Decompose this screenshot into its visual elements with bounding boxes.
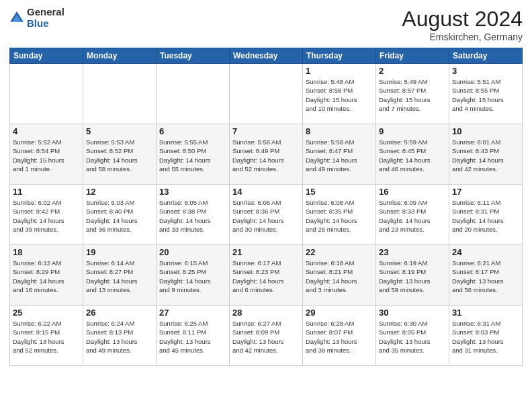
calendar-cell: 1Sunrise: 5:48 AM Sunset: 8:58 PM Daylig… (303, 64, 376, 124)
day-info: Sunrise: 5:51 AM Sunset: 8:55 PM Dayligh… (452, 77, 519, 113)
day-number: 5 (86, 126, 153, 136)
calendar-cell: 23Sunrise: 6:19 AM Sunset: 8:19 PM Dayli… (376, 245, 449, 306)
weekday-header-saturday: Saturday (449, 48, 523, 64)
day-number: 24 (452, 247, 519, 257)
day-info: Sunrise: 6:21 AM Sunset: 8:17 PM Dayligh… (452, 259, 519, 294)
day-number: 1 (306, 66, 373, 76)
calendar-cell: 13Sunrise: 6:05 AM Sunset: 8:38 PM Dayli… (157, 185, 230, 245)
calendar-cell: 14Sunrise: 6:06 AM Sunset: 8:36 PM Dayli… (230, 185, 303, 245)
calendar-cell: 21Sunrise: 6:17 AM Sunset: 8:23 PM Dayli… (230, 245, 303, 306)
day-info: Sunrise: 5:52 AM Sunset: 8:54 PM Dayligh… (13, 138, 80, 173)
day-number: 22 (306, 247, 373, 257)
day-info: Sunrise: 6:14 AM Sunset: 8:27 PM Dayligh… (86, 259, 153, 294)
page: General Blue August 2024 Emskirchen, Ger… (0, 0, 532, 411)
calendar-cell: 11Sunrise: 6:02 AM Sunset: 8:42 PM Dayli… (10, 185, 83, 245)
month-title: August 2024 (402, 7, 523, 32)
day-number: 3 (452, 66, 519, 76)
day-info: Sunrise: 5:56 AM Sunset: 8:49 PM Dayligh… (232, 138, 300, 173)
calendar-cell: 5Sunrise: 5:53 AM Sunset: 8:52 PM Daylig… (83, 124, 157, 185)
day-number: 17 (452, 187, 519, 197)
week-row-1: 1Sunrise: 5:48 AM Sunset: 8:58 PM Daylig… (10, 64, 523, 124)
calendar-cell: 18Sunrise: 6:12 AM Sunset: 8:29 PM Dayli… (10, 245, 83, 306)
day-info: Sunrise: 6:01 AM Sunset: 8:43 PM Dayligh… (452, 138, 519, 173)
day-info: Sunrise: 6:24 AM Sunset: 8:13 PM Dayligh… (86, 319, 153, 355)
title-block: August 2024 Emskirchen, Germany (402, 7, 523, 42)
calendar-cell (83, 64, 157, 124)
calendar-cell: 12Sunrise: 6:03 AM Sunset: 8:40 PM Dayli… (83, 185, 157, 245)
calendar-cell (10, 64, 83, 124)
day-info: Sunrise: 6:28 AM Sunset: 8:07 PM Dayligh… (306, 319, 373, 355)
week-row-2: 4Sunrise: 5:52 AM Sunset: 8:54 PM Daylig… (10, 124, 523, 185)
day-number: 20 (159, 247, 226, 257)
day-number: 23 (379, 247, 446, 257)
calendar-cell: 8Sunrise: 5:58 AM Sunset: 8:47 PM Daylig… (303, 124, 376, 185)
logo: General Blue (9, 7, 64, 29)
logo-general-text: General (27, 7, 64, 18)
day-info: Sunrise: 6:12 AM Sunset: 8:29 PM Dayligh… (13, 259, 80, 294)
day-number: 14 (232, 187, 300, 197)
day-number: 6 (159, 126, 226, 136)
calendar-cell: 25Sunrise: 6:22 AM Sunset: 8:15 PM Dayli… (10, 306, 83, 366)
calendar-header: SundayMondayTuesdayWednesdayThursdayFrid… (10, 48, 523, 64)
calendar-cell: 28Sunrise: 6:27 AM Sunset: 8:09 PM Dayli… (230, 306, 303, 366)
day-info: Sunrise: 5:48 AM Sunset: 8:58 PM Dayligh… (306, 77, 373, 113)
weekday-header-friday: Friday (376, 48, 449, 64)
calendar: SundayMondayTuesdayWednesdayThursdayFrid… (9, 48, 523, 366)
weekday-header-monday: Monday (83, 48, 157, 64)
calendar-cell: 2Sunrise: 5:49 AM Sunset: 8:57 PM Daylig… (376, 64, 449, 124)
weekday-header-tuesday: Tuesday (157, 48, 230, 64)
day-info: Sunrise: 6:05 AM Sunset: 8:38 PM Dayligh… (159, 198, 226, 234)
day-info: Sunrise: 6:31 AM Sunset: 8:03 PM Dayligh… (452, 319, 519, 355)
calendar-cell: 15Sunrise: 6:08 AM Sunset: 8:35 PM Dayli… (303, 185, 376, 245)
week-row-3: 11Sunrise: 6:02 AM Sunset: 8:42 PM Dayli… (10, 185, 523, 245)
logo-text: General Blue (27, 7, 64, 29)
day-info: Sunrise: 6:08 AM Sunset: 8:35 PM Dayligh… (306, 198, 373, 234)
calendar-cell: 20Sunrise: 6:15 AM Sunset: 8:25 PM Dayli… (157, 245, 230, 306)
day-info: Sunrise: 5:53 AM Sunset: 8:52 PM Dayligh… (86, 138, 153, 173)
day-info: Sunrise: 6:22 AM Sunset: 8:15 PM Dayligh… (13, 319, 80, 355)
day-number: 11 (13, 187, 80, 197)
calendar-body: 1Sunrise: 5:48 AM Sunset: 8:58 PM Daylig… (10, 64, 523, 366)
week-row-4: 18Sunrise: 6:12 AM Sunset: 8:29 PM Dayli… (10, 245, 523, 306)
day-info: Sunrise: 6:18 AM Sunset: 8:21 PM Dayligh… (306, 259, 373, 294)
calendar-cell: 26Sunrise: 6:24 AM Sunset: 8:13 PM Dayli… (83, 306, 157, 366)
day-number: 30 (379, 308, 446, 318)
day-number: 13 (159, 187, 226, 197)
calendar-cell: 31Sunrise: 6:31 AM Sunset: 8:03 PM Dayli… (449, 306, 523, 366)
day-number: 4 (13, 126, 80, 136)
calendar-cell: 10Sunrise: 6:01 AM Sunset: 8:43 PM Dayli… (449, 124, 523, 185)
calendar-cell (230, 64, 303, 124)
calendar-cell (157, 64, 230, 124)
calendar-cell: 27Sunrise: 6:25 AM Sunset: 8:11 PM Dayli… (157, 306, 230, 366)
calendar-cell: 3Sunrise: 5:51 AM Sunset: 8:55 PM Daylig… (449, 64, 523, 124)
calendar-cell: 22Sunrise: 6:18 AM Sunset: 8:21 PM Dayli… (303, 245, 376, 306)
logo-icon (9, 11, 24, 26)
day-number: 27 (159, 308, 226, 318)
day-info: Sunrise: 6:17 AM Sunset: 8:23 PM Dayligh… (232, 259, 300, 294)
day-info: Sunrise: 6:19 AM Sunset: 8:19 PM Dayligh… (379, 259, 446, 294)
day-number: 26 (86, 308, 153, 318)
day-info: Sunrise: 6:25 AM Sunset: 8:11 PM Dayligh… (159, 319, 226, 355)
day-info: Sunrise: 6:30 AM Sunset: 8:05 PM Dayligh… (379, 319, 446, 355)
calendar-cell: 16Sunrise: 6:09 AM Sunset: 8:33 PM Dayli… (376, 185, 449, 245)
weekday-header-sunday: Sunday (10, 48, 83, 64)
day-number: 12 (86, 187, 153, 197)
logo-blue-text: Blue (27, 18, 64, 30)
day-info: Sunrise: 5:59 AM Sunset: 8:45 PM Dayligh… (379, 138, 446, 173)
day-number: 19 (86, 247, 153, 257)
day-info: Sunrise: 6:11 AM Sunset: 8:31 PM Dayligh… (452, 198, 519, 234)
day-number: 9 (379, 126, 446, 136)
day-info: Sunrise: 5:49 AM Sunset: 8:57 PM Dayligh… (379, 77, 446, 113)
weekday-header-thursday: Thursday (303, 48, 376, 64)
day-number: 18 (13, 247, 80, 257)
calendar-cell: 30Sunrise: 6:30 AM Sunset: 8:05 PM Dayli… (376, 306, 449, 366)
week-row-5: 25Sunrise: 6:22 AM Sunset: 8:15 PM Dayli… (10, 306, 523, 366)
day-info: Sunrise: 5:58 AM Sunset: 8:47 PM Dayligh… (306, 138, 373, 173)
calendar-cell: 19Sunrise: 6:14 AM Sunset: 8:27 PM Dayli… (83, 245, 157, 306)
day-number: 21 (232, 247, 300, 257)
day-number: 16 (379, 187, 446, 197)
weekday-row: SundayMondayTuesdayWednesdayThursdayFrid… (10, 48, 523, 64)
day-number: 25 (13, 308, 80, 318)
day-info: Sunrise: 6:03 AM Sunset: 8:40 PM Dayligh… (86, 198, 153, 234)
day-info: Sunrise: 6:15 AM Sunset: 8:25 PM Dayligh… (159, 259, 226, 294)
